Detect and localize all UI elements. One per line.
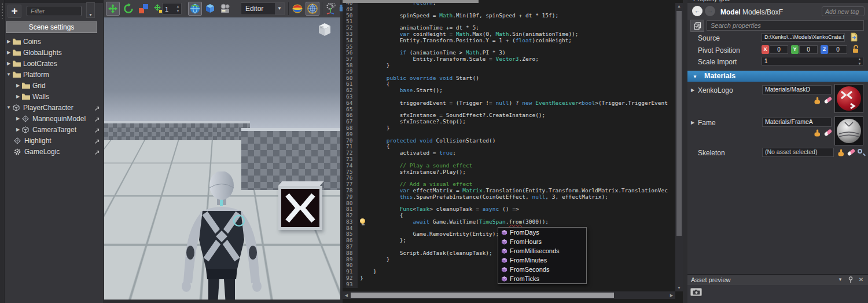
material-thumbnail[interactable] bbox=[834, 116, 863, 145]
code-line-60[interactable]: 60 public override void Start() bbox=[343, 75, 668, 82]
import-file-icon[interactable] bbox=[849, 32, 859, 42]
expander-open-icon[interactable]: ▼ bbox=[5, 72, 13, 77]
viewport-canvas[interactable] bbox=[104, 17, 340, 300]
autocomplete-item-fromhours[interactable]: FromHours bbox=[498, 237, 586, 246]
tree-item-grid[interactable]: ▶Grid bbox=[5, 80, 103, 91]
tree-item-lootcrates[interactable]: ▶LootCrates bbox=[5, 58, 103, 69]
material-thumbnail[interactable] bbox=[834, 84, 863, 113]
tree-item-gamelogic[interactable]: GameLogic bbox=[5, 146, 103, 157]
code-line-75[interactable]: 75 sfxInstance?.Play(); bbox=[343, 169, 668, 176]
code-line-79[interactable]: 79 this.SpawnPrefabInstance(CoinGetEffec… bbox=[343, 194, 668, 200]
unlocked-padlock-icon[interactable] bbox=[852, 45, 859, 53]
tree-item-highlight[interactable]: Highlight bbox=[5, 135, 103, 146]
code-editor-panel[interactable]: 48 return;4950 spinSpeed = Math.Min(10f,… bbox=[343, 0, 683, 303]
code-line-64[interactable]: 64 triggeredEvent = (Trigger != null) ? … bbox=[343, 100, 668, 107]
expander-open-icon[interactable]: ▼ bbox=[5, 105, 13, 110]
tree-item-cameratarget[interactable]: ▶CameraTarget bbox=[5, 124, 103, 135]
code-line-50[interactable]: 50 spinSpeed = Math.Min(10f, spinSpeed +… bbox=[343, 13, 668, 19]
quick-fix-lightbulb-icon[interactable] bbox=[360, 218, 366, 225]
scroll-left-arrow[interactable]: ◀ bbox=[343, 291, 350, 299]
rotate-tool-button[interactable] bbox=[122, 2, 135, 16]
search-properties-input[interactable] bbox=[707, 20, 864, 31]
clear-eraser-icon[interactable] bbox=[824, 129, 833, 136]
add-entity-button[interactable]: + bbox=[8, 5, 21, 18]
scene-settings-button[interactable]: Scene settings bbox=[6, 21, 97, 33]
scale-import-field[interactable]: 1 bbox=[762, 57, 863, 65]
code-vertical-scrollbar[interactable]: ▲ ▼ bbox=[675, 3, 683, 291]
chevron-down-icon[interactable]: ▼ bbox=[275, 3, 284, 14]
code-line-57[interactable]: 57 Entity.Transform.Scale = Vector3.Zero… bbox=[343, 56, 668, 63]
render-mode-select[interactable]: Editor ▼ bbox=[241, 2, 285, 15]
close-icon[interactable]: ✕ bbox=[858, 276, 865, 283]
loot-crate-left[interactable] bbox=[130, 181, 167, 218]
material-value-field[interactable]: Materials/MaskD bbox=[762, 85, 832, 94]
expander-closed-icon[interactable]: ▶ bbox=[5, 39, 13, 44]
material-expander-icon[interactable]: ▶ bbox=[691, 87, 694, 93]
material-value-field[interactable]: Materials/FrameA bbox=[762, 118, 832, 127]
material-expander-icon[interactable]: ▶ bbox=[691, 120, 694, 125]
code-line-83[interactable]: 83 await Game.WaitTime(TimeSpan.from(300… bbox=[343, 219, 668, 225]
asset-preview-header[interactable]: Asset preview ▾ ✕ bbox=[687, 275, 868, 285]
scroll-up-arrow[interactable]: ▲ bbox=[675, 3, 683, 10]
autocomplete-item-fromseconds[interactable]: FromSeconds bbox=[498, 265, 586, 274]
source-value-field[interactable]: D:\Xenko\...\Models\XenkoCrate.fbx bbox=[762, 33, 845, 42]
back-button[interactable]: ← bbox=[692, 6, 703, 16]
tree-item-coins[interactable]: ▶Coins bbox=[5, 36, 103, 47]
scale-tool-button[interactable] bbox=[137, 2, 150, 16]
preview-screenshot-button[interactable] bbox=[690, 288, 702, 296]
materials-section-header[interactable]: ▼ Materials bbox=[687, 71, 868, 82]
clear-eraser-icon[interactable] bbox=[847, 148, 856, 156]
scroll-right-arrow[interactable]: ▶ bbox=[668, 291, 675, 299]
pivot-y-field[interactable]: 0 bbox=[799, 45, 818, 54]
tree-item-globallights[interactable]: ▶GlobalLights bbox=[5, 47, 103, 58]
loot-crate-right[interactable] bbox=[278, 186, 322, 230]
autocomplete-item-fromminutes[interactable]: FromMinutes bbox=[498, 255, 586, 265]
gizmo-options-button[interactable] bbox=[324, 2, 338, 16]
code-line-72[interactable]: 72 activated = true; bbox=[343, 150, 668, 156]
mannequin-character[interactable] bbox=[178, 171, 265, 300]
local-space-button[interactable] bbox=[203, 2, 217, 16]
tree-item-mannequinmodel[interactable]: ▶MannequinModel bbox=[5, 113, 103, 124]
tree-options-button[interactable]: ▾ bbox=[86, 2, 95, 18]
tree-item-playercharacter[interactable]: ▼PlayerCharacter bbox=[5, 102, 103, 113]
snap-value-input[interactable] bbox=[163, 4, 175, 14]
code-line-54[interactable]: 54 Entity.Transform.Position.Y = 1 + (fl… bbox=[343, 38, 668, 44]
magnifier-icon[interactable] bbox=[858, 149, 862, 154]
scroll-down-arrow[interactable]: ▼ bbox=[675, 284, 683, 291]
panel-splitter[interactable] bbox=[683, 0, 687, 303]
expander-closed-icon[interactable]: ▶ bbox=[5, 61, 13, 66]
add-tag-input[interactable] bbox=[822, 6, 865, 16]
axis-gizmo[interactable] bbox=[110, 277, 133, 295]
pick-hand-icon[interactable] bbox=[814, 97, 821, 104]
forward-button[interactable]: → bbox=[705, 6, 715, 16]
code-line-67[interactable]: 67 sfxInstance?.Stop(); bbox=[343, 119, 668, 125]
autocomplete-item-frommilliseconds[interactable]: FromMilliseconds bbox=[498, 246, 586, 255]
autocomplete-item-fromticks[interactable]: FromTicks bbox=[498, 274, 586, 283]
code-horizontal-scrollbar[interactable]: ◀ ▶ bbox=[343, 291, 675, 299]
section-expander-icon[interactable]: ▼ bbox=[693, 74, 697, 79]
code-line-70[interactable]: 70 protected void CollisionStarted() bbox=[343, 138, 668, 144]
pick-hand-icon[interactable] bbox=[814, 129, 821, 137]
pivot-x-field[interactable]: 0 bbox=[770, 45, 788, 54]
skeleton-value-field[interactable]: (No asset selected) bbox=[762, 148, 834, 157]
expander-closed-icon[interactable]: ▶ bbox=[14, 83, 22, 88]
wireframe-mode-button[interactable] bbox=[306, 2, 319, 16]
camera-projection-button[interactable] bbox=[218, 2, 232, 16]
move-tool-button[interactable] bbox=[106, 2, 120, 16]
expander-closed-icon[interactable]: ▶ bbox=[14, 116, 22, 121]
code-line-68[interactable]: 68 } bbox=[343, 125, 668, 132]
tree-item-walls[interactable]: ▶Walls bbox=[5, 91, 103, 102]
scale-spinner[interactable]: ▲▼ bbox=[857, 57, 862, 66]
pivot-z-field[interactable]: 0 bbox=[829, 45, 847, 54]
code-line-62[interactable]: 62 base.Start(); bbox=[343, 87, 668, 94]
expander-closed-icon[interactable]: ▶ bbox=[5, 50, 13, 55]
scroll-thumb[interactable] bbox=[351, 293, 614, 298]
code-line-58[interactable]: 58 } bbox=[343, 63, 668, 69]
chevron-down-icon[interactable]: ▾ bbox=[837, 276, 844, 282]
tree-filter-input[interactable] bbox=[27, 6, 82, 16]
snap-spinner[interactable]: ▲▼ bbox=[175, 4, 181, 13]
view-cube[interactable] bbox=[317, 22, 332, 37]
scroll-thumb[interactable] bbox=[676, 11, 682, 236]
expander-closed-icon[interactable]: ▶ bbox=[14, 127, 22, 132]
expander-closed-icon[interactable]: ▶ bbox=[14, 94, 22, 99]
